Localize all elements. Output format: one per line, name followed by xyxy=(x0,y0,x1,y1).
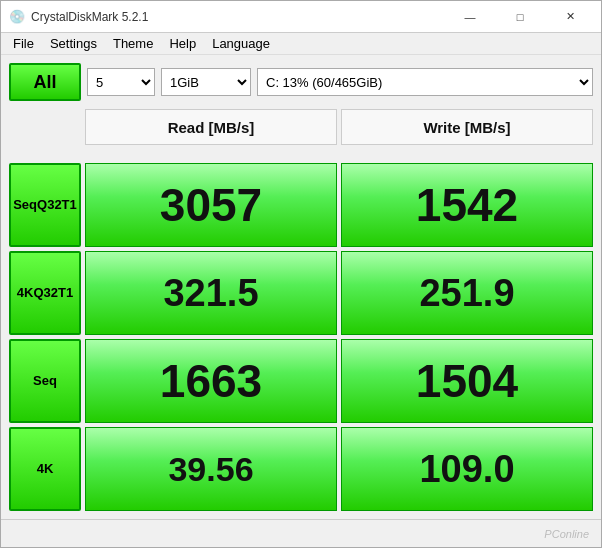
title-bar: 💿 CrystalDiskMark 5.2.1 — □ ✕ xyxy=(1,1,601,33)
window-title: CrystalDiskMark 5.2.1 xyxy=(31,10,148,24)
size-select[interactable]: 1GiB 512MiB 2GiB xyxy=(161,68,251,96)
controls-row: All 5 1 3 1GiB 512MiB 2GiB C: 13% (60/46… xyxy=(9,63,593,101)
drive-select[interactable]: C: 13% (60/465GiB) xyxy=(257,68,593,96)
4k-q32t1-read: 321.5 xyxy=(85,251,337,335)
4k-q32t1-write: 251.9 xyxy=(341,251,593,335)
menu-language[interactable]: Language xyxy=(204,34,278,53)
menu-settings[interactable]: Settings xyxy=(42,34,105,53)
seq-read: 1663 xyxy=(85,339,337,423)
menu-file[interactable]: File xyxy=(5,34,42,53)
seq-q32t1-read: 3057 xyxy=(85,163,337,247)
runs-select[interactable]: 5 1 3 xyxy=(87,68,155,96)
menu-bar: File Settings Theme Help Language xyxy=(1,33,601,55)
close-button[interactable]: ✕ xyxy=(547,7,593,27)
seq-q32t1-write: 1542 xyxy=(341,163,593,247)
maximize-button[interactable]: □ xyxy=(497,7,543,27)
row-label-4k: 4K xyxy=(9,427,81,511)
4k-write: 109.0 xyxy=(341,427,593,511)
seq-write: 1504 xyxy=(341,339,593,423)
read-header: Read [MB/s] xyxy=(85,109,337,145)
minimize-button[interactable]: — xyxy=(447,7,493,27)
menu-theme[interactable]: Theme xyxy=(105,34,161,53)
menu-help[interactable]: Help xyxy=(161,34,204,53)
app-window: 💿 CrystalDiskMark 5.2.1 — □ ✕ File Setti… xyxy=(0,0,602,548)
row-label-seq-q32t1: Seq Q32T1 xyxy=(9,163,81,247)
watermark: PConline xyxy=(544,528,589,540)
write-header: Write [MB/s] xyxy=(341,109,593,145)
all-button[interactable]: All xyxy=(9,63,81,101)
status-bar: PConline xyxy=(1,519,601,547)
4k-read: 39.56 xyxy=(85,427,337,511)
grid-corner xyxy=(9,109,81,159)
row-label-4k-q32t1: 4K Q32T1 xyxy=(9,251,81,335)
benchmark-grid: Read [MB/s] Write [MB/s] Seq Q32T1 3057 … xyxy=(9,109,593,511)
row-label-seq: Seq xyxy=(9,339,81,423)
title-controls: — □ ✕ xyxy=(447,7,593,27)
title-left: 💿 CrystalDiskMark 5.2.1 xyxy=(9,9,148,25)
main-content: All 5 1 3 1GiB 512MiB 2GiB C: 13% (60/46… xyxy=(1,55,601,519)
app-icon: 💿 xyxy=(9,9,25,25)
